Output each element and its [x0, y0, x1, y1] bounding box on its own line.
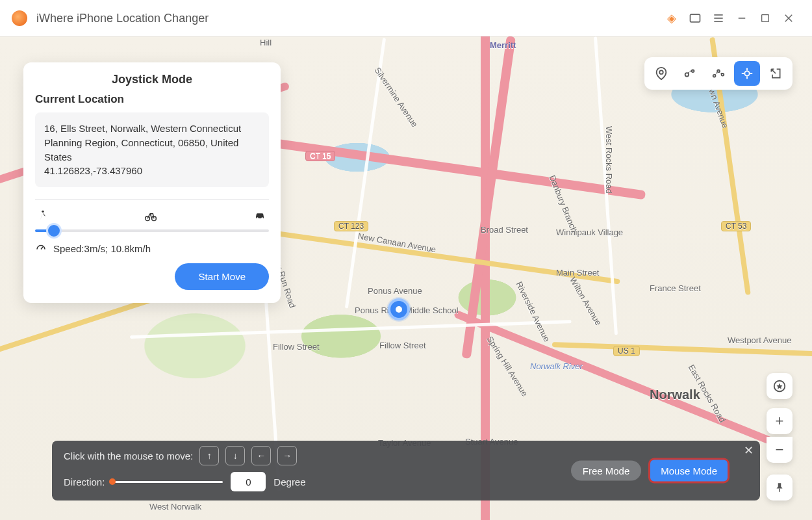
slider-thumb[interactable] [46, 223, 62, 239]
close-bar-icon[interactable]: ✕ [744, 443, 754, 458]
app-logo-icon [12, 10, 27, 26]
gauge-icon [35, 242, 47, 254]
favorites-button[interactable] [767, 373, 793, 399]
close-button[interactable] [777, 6, 800, 30]
multi-stop-mode-icon[interactable] [705, 61, 731, 86]
map-label: West Norwalk [149, 502, 201, 512]
arrow-up-button[interactable]: ↑ [199, 446, 219, 465]
joystick-mode-icon[interactable] [734, 61, 760, 86]
speed-text: Speed:3m/s; 10.8km/h [53, 243, 151, 254]
panel-title: Joystick Mode [35, 73, 269, 86]
degree-input[interactable] [231, 472, 266, 491]
direction-label: Direction: [64, 476, 105, 488]
direction-slider[interactable] [112, 481, 223, 483]
map-label: Ponus Avenue [368, 286, 422, 296]
maximize-button[interactable] [754, 6, 777, 30]
joystick-panel: Joystick Mode Current Location 16, Ells … [23, 62, 281, 303]
degree-unit-label: Degree [273, 476, 305, 488]
map-label: France Street [650, 283, 701, 293]
premium-icon[interactable]: ◈ [660, 6, 683, 30]
svg-rect-26 [779, 489, 780, 492]
zoom-in-button[interactable]: + [767, 408, 793, 434]
arrow-down-button[interactable]: ↓ [225, 446, 245, 465]
svg-rect-5 [762, 15, 769, 22]
svg-point-20 [744, 71, 749, 75]
arrow-left-button[interactable]: ← [251, 446, 271, 465]
car-icon[interactable] [252, 210, 268, 222]
mode-toolbar [644, 57, 793, 90]
map-label: Wilton Avenue [568, 276, 603, 327]
minimize-button[interactable] [730, 6, 754, 30]
svg-point-12 [261, 217, 263, 219]
feedback-icon[interactable] [683, 6, 707, 30]
walk-icon[interactable] [36, 209, 49, 223]
map-label: Westport Avenue [728, 335, 792, 345]
coordinates-text: 41.126823,-73.437960 [44, 164, 260, 178]
svg-point-9 [146, 216, 150, 221]
map-label: Fillow Street [273, 342, 320, 352]
svg-point-11 [257, 217, 259, 219]
app-title: iWhere iPhone Location Changer [36, 12, 209, 25]
map-label: Hill [260, 38, 272, 47]
arrow-right-button[interactable]: → [277, 446, 297, 465]
map-label: Riverside Avenue [514, 280, 552, 343]
movement-control-bar: ✕ Click with the mouse to move: ↑ ↓ ← → … [52, 441, 760, 500]
map-label: Winnipauk Village [556, 228, 623, 237]
map-shield: CT 123 [334, 221, 368, 231]
move-hint-text: Click with the mouse to move: [64, 450, 193, 462]
teleport-mode-icon[interactable] [648, 61, 674, 86]
menu-icon[interactable] [707, 6, 730, 30]
svg-point-14 [659, 70, 663, 74]
start-move-button[interactable]: Start Move [175, 263, 269, 290]
export-icon[interactable] [763, 61, 789, 86]
location-pin-icon[interactable] [388, 298, 410, 320]
location-display: 16, Ells Street, Norwalk, Western Connec… [35, 112, 269, 187]
svg-point-8 [42, 211, 44, 213]
current-location-label: Current Location [35, 93, 269, 106]
speed-slider[interactable] [35, 229, 269, 232]
one-stop-mode-icon[interactable] [677, 61, 703, 86]
map-label: Fillow Street [379, 341, 426, 350]
bike-icon[interactable] [143, 209, 159, 222]
zoom-out-button[interactable]: − [767, 437, 793, 463]
svg-rect-0 [691, 14, 700, 22]
address-text: 16, Ells Street, Norwalk, Western Connec… [44, 122, 260, 164]
speed-mode-row [35, 209, 269, 223]
svg-line-13 [41, 247, 43, 250]
free-mode-button[interactable]: Free Mode [571, 461, 642, 481]
pin-toggle-button[interactable] [767, 474, 793, 500]
mouse-mode-button[interactable]: Mouse Mode [650, 460, 728, 482]
titlebar: iWhere iPhone Location Changer ◈ [0, 0, 812, 36]
